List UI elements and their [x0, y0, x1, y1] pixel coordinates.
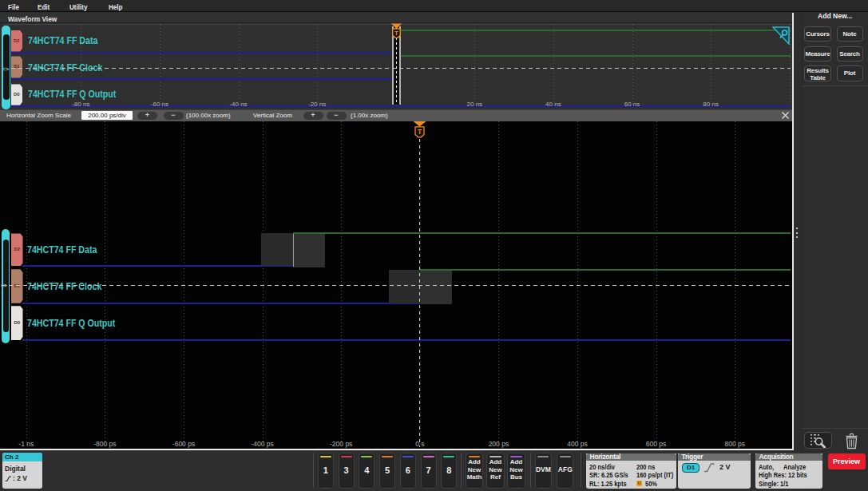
svg-text:T: T [418, 128, 422, 136]
svg-text:T: T [394, 30, 398, 37]
